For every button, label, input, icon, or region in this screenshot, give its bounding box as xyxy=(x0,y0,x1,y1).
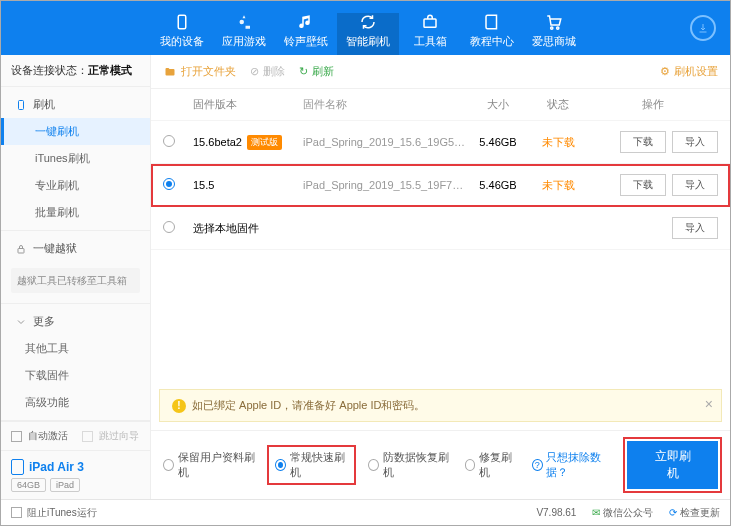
nav-apps[interactable]: 应用游戏 xyxy=(213,13,275,55)
help-icon: ? xyxy=(532,459,543,471)
row-radio[interactable] xyxy=(163,178,175,190)
mode-keep-data[interactable]: 保留用户资料刷机 xyxy=(163,450,255,480)
folder-icon xyxy=(163,66,177,78)
sidebar-item-advanced[interactable]: 高级功能 xyxy=(1,389,150,416)
import-button[interactable]: 导入 xyxy=(672,131,718,153)
version-label: V7.98.61 xyxy=(536,507,576,518)
download-button[interactable]: 下载 xyxy=(620,174,666,196)
fw-status: 未下载 xyxy=(528,135,588,150)
block-itunes-checkbox[interactable] xyxy=(11,507,22,518)
row-radio[interactable] xyxy=(163,221,175,233)
wechat-icon: ✉ xyxy=(592,507,603,518)
fw-version: 15.6beta2 xyxy=(193,136,242,148)
sidebar-item-oneclick-flash[interactable]: 一键刷机 xyxy=(1,118,150,145)
cart-icon xyxy=(545,13,563,31)
connection-status: 设备连接状态：正常模式 xyxy=(1,55,150,87)
download-button[interactable]: 下载 xyxy=(620,131,666,153)
music-icon xyxy=(297,13,315,31)
refresh-small-icon: ↻ xyxy=(299,65,308,78)
device-name: iPad Air 3 xyxy=(11,459,140,475)
row-radio[interactable] xyxy=(163,135,175,147)
apps-icon xyxy=(235,13,253,31)
toolbox-icon xyxy=(421,13,439,31)
select-local-fw: 选择本地固件 xyxy=(193,221,259,236)
firmware-table: 固件版本 固件名称 大小 状态 操作 15.6beta2测试版 iPad_Spr… xyxy=(151,89,730,250)
fw-size: 5.46GB xyxy=(468,179,528,191)
table-row[interactable]: 15.5 iPad_Spring_2019_15.5_19F77_Restore… xyxy=(151,164,730,207)
sidebar-item-download-fw[interactable]: 下载固件 xyxy=(1,362,150,389)
wechat-link[interactable]: ✉ 微信公众号 xyxy=(592,506,653,520)
jailbreak-moved-note: 越狱工具已转移至工具箱 xyxy=(11,268,140,293)
skip-guide-checkbox[interactable] xyxy=(82,431,93,442)
auto-activate-label: 自动激活 xyxy=(28,429,68,443)
flash-group-icon xyxy=(15,99,27,111)
fw-name: iPad_Spring_2019_15.5_19F77_Restore.ipsw xyxy=(303,179,468,191)
phone-icon xyxy=(173,13,191,31)
flash-settings-button[interactable]: ⚙刷机设置 xyxy=(660,64,718,79)
svg-point-2 xyxy=(551,27,553,29)
notice-close-icon[interactable]: × xyxy=(705,396,713,412)
download-indicator-icon[interactable] xyxy=(690,15,716,41)
delete-icon: ⊘ xyxy=(250,65,259,78)
sidebar: 设备连接状态：正常模式 刷机 一键刷机 iTunes刷机 专业刷机 批量刷机 一… xyxy=(1,55,151,499)
toolbar: 打开文件夹 ⊘删除 ↻刷新 ⚙刷机设置 xyxy=(151,55,730,89)
skip-guide-label: 跳过向导 xyxy=(99,429,139,443)
open-folder-button[interactable]: 打开文件夹 xyxy=(163,64,236,79)
sidebar-group-jailbreak[interactable]: 一键越狱 xyxy=(1,235,150,262)
lock-icon xyxy=(15,243,27,255)
table-row-local[interactable]: 选择本地固件 导入 xyxy=(151,207,730,250)
mode-radio[interactable] xyxy=(368,459,379,471)
fw-version: 15.5 xyxy=(193,179,214,191)
mode-radio[interactable] xyxy=(163,459,174,471)
book-icon xyxy=(483,13,501,31)
mode-radio[interactable] xyxy=(275,459,286,471)
notice-text: 如已绑定 Apple ID，请准备好 Apple ID和密码。 xyxy=(192,398,426,413)
check-update-link[interactable]: ⟳ 检查更新 xyxy=(669,506,720,520)
sidebar-group-more[interactable]: 更多 xyxy=(1,308,150,335)
nav-my-device[interactable]: 我的设备 xyxy=(151,13,213,55)
auto-activate-checkbox[interactable] xyxy=(11,431,22,442)
update-icon: ⟳ xyxy=(669,507,680,518)
block-itunes-label: 阻止iTunes运行 xyxy=(27,506,97,520)
app-window: iU 爱思助手 www.i4.cn ☰ ⬚ — □ ✕ 我的设备 应用游戏 铃声… xyxy=(0,0,731,526)
sidebar-item-itunes-flash[interactable]: iTunes刷机 xyxy=(1,145,150,172)
mode-normal-fast[interactable]: 常规快速刷机 xyxy=(269,447,354,483)
fw-size: 5.46GB xyxy=(468,136,528,148)
main-panel: 打开文件夹 ⊘删除 ↻刷新 ⚙刷机设置 固件版本 固件名称 大小 状态 操作 1… xyxy=(151,55,730,499)
gear-icon: ⚙ xyxy=(660,65,670,78)
delete-button: ⊘删除 xyxy=(250,64,285,79)
apple-id-notice: ! 如已绑定 Apple ID，请准备好 Apple ID和密码。 × xyxy=(159,389,722,422)
col-header-version: 固件版本 xyxy=(193,97,303,112)
mode-radio[interactable] xyxy=(465,459,476,471)
erase-only-link[interactable]: ?只想抹除数据？ xyxy=(532,450,614,480)
import-button[interactable]: 导入 xyxy=(672,217,718,239)
table-row[interactable]: 15.6beta2测试版 iPad_Spring_2019_15.6_19G50… xyxy=(151,121,730,164)
table-header: 固件版本 固件名称 大小 状态 操作 xyxy=(151,89,730,121)
nav-flash[interactable]: 智能刷机 xyxy=(337,13,399,55)
svg-rect-1 xyxy=(424,19,436,27)
nav-store[interactable]: 爱思商城 xyxy=(523,13,585,55)
fw-name: iPad_Spring_2019_15.6_19G5037d_Restore.i… xyxy=(303,136,468,148)
fw-status: 未下载 xyxy=(528,178,588,193)
svg-rect-4 xyxy=(19,100,24,109)
mode-repair[interactable]: 修复刷机 xyxy=(465,450,518,480)
chevron-down-icon xyxy=(15,316,27,328)
svg-rect-0 xyxy=(178,15,186,29)
nav-ringtones[interactable]: 铃声壁纸 xyxy=(275,13,337,55)
device-card[interactable]: iPad Air 3 64GB iPad xyxy=(1,450,150,500)
beta-badge: 测试版 xyxy=(247,135,282,150)
import-button[interactable]: 导入 xyxy=(672,174,718,196)
sidebar-item-batch-flash[interactable]: 批量刷机 xyxy=(1,199,150,226)
sidebar-item-pro-flash[interactable]: 专业刷机 xyxy=(1,172,150,199)
sidebar-group-flash[interactable]: 刷机 xyxy=(1,91,150,118)
mode-anti-recovery[interactable]: 防数据恢复刷机 xyxy=(368,450,451,480)
col-header-size: 大小 xyxy=(468,97,528,112)
nav-tutorials[interactable]: 教程中心 xyxy=(461,13,523,55)
col-header-ops: 操作 xyxy=(588,97,718,112)
start-flash-button[interactable]: 立即刷机 xyxy=(627,441,718,489)
nav-toolbox[interactable]: 工具箱 xyxy=(399,13,461,55)
svg-rect-5 xyxy=(18,248,24,253)
svg-point-3 xyxy=(557,27,559,29)
refresh-button[interactable]: ↻刷新 xyxy=(299,64,334,79)
sidebar-item-other-tools[interactable]: 其他工具 xyxy=(1,335,150,362)
